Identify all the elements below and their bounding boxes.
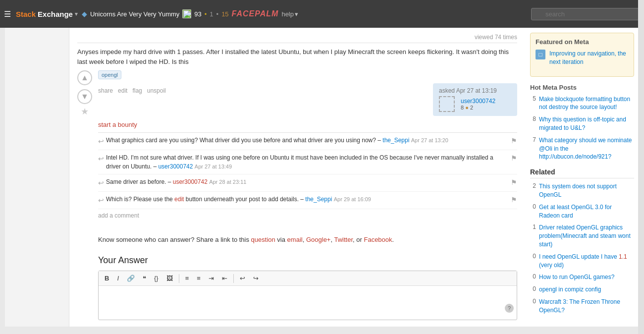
post-actions: share edit flag unspoil [98, 87, 166, 94]
asked-card: asked Apr 27 at 13:19 user3000742 8 ● 2 [433, 83, 517, 116]
search-wrapper: 🔍 [531, 8, 640, 20]
reply-arrow-icon: ↩ [98, 136, 104, 147]
comment-timestamp: Apr 27 at 13:20 [411, 137, 448, 143]
comment-user-link[interactable]: user3000742 [158, 163, 193, 170]
blockquote-button[interactable]: ❝ [140, 273, 149, 283]
flag-comment-icon[interactable]: ⚑ [511, 153, 517, 164]
help-dropdown-icon: ▾ [295, 10, 298, 18]
featured-meta-link[interactable]: Improving our navigation, the next itera… [549, 50, 629, 66]
comment-body-1: What graphics card are you using? What d… [106, 137, 381, 144]
add-comment-link[interactable]: add a comment [98, 209, 139, 222]
comment-user-link[interactable]: the_Seppi [382, 137, 409, 144]
toolbar-separator-2 [233, 274, 234, 283]
vote-area: ▲ ▼ ★ [77, 70, 92, 117]
hot-meta-count: 5 [530, 95, 536, 102]
outdent-button[interactable]: ⇤ [219, 273, 230, 283]
related-link[interactable]: This system does not support OpenGL [539, 182, 634, 199]
toolbar-separator [179, 274, 179, 283]
site-diamond-icon: ◆ [82, 10, 87, 18]
indent-button[interactable]: ⇥ [206, 273, 217, 283]
related-vote-count: 0 [530, 273, 536, 280]
twitter-link[interactable]: Twitter [334, 236, 353, 243]
search-input[interactable] [531, 8, 640, 20]
related-item: 1 Driver related OpenGL graphics problem… [530, 223, 634, 248]
comment-timestamp: Apr 29 at 16:09 [334, 196, 371, 202]
related-link[interactable]: Get at least OpenGL 3.0 for Radeon card [539, 203, 634, 220]
featured-on-meta-heading: Featured on Meta [536, 38, 629, 46]
logo[interactable]: StackExchange ▾ [16, 10, 78, 18]
left-sidebar [5, 28, 69, 327]
hot-meta-link[interactable]: Why this question is off-topic and migra… [539, 115, 634, 132]
bold-button[interactable]: B [102, 273, 112, 283]
editor-help-button[interactable]: ? [505, 304, 514, 313]
italic-button[interactable]: I [114, 273, 122, 283]
right-sidebar: Featured on Meta □ Improving our navigat… [525, 28, 639, 327]
comment-body-4a: Which is? Please use the [106, 196, 173, 203]
share-section: Know someone who can answer? Share a lin… [98, 234, 517, 245]
your-answer-section: Your Answer B I 🔗 ❝ {} 🖼 ≡ ≡ ⇥ [98, 255, 517, 320]
editor-body[interactable]: ? [99, 286, 517, 316]
related-vote-count: 0 [530, 203, 536, 210]
related-link[interactable]: opengl in compiz config [539, 285, 601, 294]
hot-meta-count: 7 [530, 136, 536, 143]
email-link[interactable]: email [287, 236, 303, 243]
link-button[interactable]: 🔗 [124, 273, 138, 283]
upvote-button[interactable]: ▲ [77, 70, 92, 85]
favorite-button[interactable]: ★ [81, 106, 89, 117]
help-link[interactable]: help ▾ [281, 10, 298, 18]
hot-meta-item: 7 What category should we nominate @Oli … [530, 136, 634, 161]
image-button[interactable]: 🖼 [163, 273, 176, 283]
comment-user-link-4[interactable]: the_Seppi [305, 196, 332, 203]
facebook-link[interactable]: Facebook [364, 236, 392, 243]
topbar: ☰ StackExchange ▾ ◆ Unicorns Are Very Ve… [0, 0, 644, 28]
logo-dropdown-icon[interactable]: ▾ [75, 11, 78, 17]
related-item: 0 opengl in compiz config [530, 285, 634, 294]
reply-arrow-icon: ↩ [98, 154, 104, 164]
comment-text: Which is? Please use the edit button und… [106, 195, 509, 204]
code-button[interactable]: {} [151, 273, 161, 283]
related-link[interactable]: I need OpenGL update I have 1.1 (very ol… [539, 253, 634, 270]
hot-meta-link[interactable]: Make blockquote formatting button not de… [539, 95, 634, 112]
tag-opengl[interactable]: opengl [98, 70, 121, 79]
flag-comment-icon[interactable]: ⚑ [511, 136, 517, 146]
user-avatar [439, 96, 455, 112]
share-link[interactable]: share [98, 87, 113, 94]
comment-text: Same driver as before. – user3000742 Apr… [106, 177, 509, 186]
scrollbar[interactable] [638, 0, 644, 327]
comment: ↩ Which is? Please use the edit button u… [98, 192, 517, 209]
related-link[interactable]: Driver related OpenGL graphics problem(M… [539, 223, 634, 248]
related-link[interactable]: Warcraft 3: The Frozen Throne OpenGL? [539, 298, 634, 315]
flag-comment-icon[interactable]: ⚑ [511, 195, 517, 205]
flag-link[interactable]: flag [132, 87, 142, 94]
meta-icon: □ [536, 50, 545, 59]
tags-area: opengl [98, 70, 517, 79]
question-link[interactable]: question [251, 236, 275, 243]
related-item: 0 How to run OpenGL games? [530, 273, 634, 281]
start-bounty-link[interactable]: start a bounty [98, 121, 137, 128]
site-favicon [182, 9, 191, 18]
reply-arrow-icon: ↩ [98, 178, 104, 188]
comment-edit-link[interactable]: edit [174, 196, 184, 203]
unordered-list-button[interactable]: ≡ [194, 273, 204, 283]
comment-text: Intel HD. I'm not sure what driver. If I… [106, 153, 509, 171]
unspoil-link[interactable]: unspoil [147, 87, 166, 94]
answer-editor[interactable]: B I 🔗 ❝ {} 🖼 ≡ ≡ ⇥ ⇤ ↩ [98, 271, 517, 320]
user-link[interactable]: user3000742 [461, 98, 495, 105]
downvote-button[interactable]: ▼ [77, 89, 92, 104]
featured-meta-item: □ Improving our navigation, the next ite… [536, 50, 629, 66]
hamburger-icon[interactable]: ☰ [4, 9, 11, 19]
flag-comment-icon[interactable]: ⚑ [511, 177, 517, 188]
redo-button[interactable]: ↪ [250, 273, 262, 283]
related-item: 0 I need OpenGL update I have 1.1 (very … [530, 253, 634, 270]
your-answer-heading: Your Answer [98, 255, 517, 266]
related-link[interactable]: How to run OpenGL games? [539, 273, 614, 281]
hot-meta-link[interactable]: What category should we nominate @Oli in… [539, 136, 634, 161]
googleplus-link[interactable]: Google+ [306, 236, 331, 243]
undo-button[interactable]: ↩ [237, 273, 248, 283]
dot-gold: • [205, 10, 207, 18]
comment-user-link-3[interactable]: user3000742 [173, 178, 209, 185]
ordered-list-button[interactable]: ≡ [182, 273, 192, 283]
topbar-site-info: ◆ Unicorns Are Very Very Yummy 93 • 1 • … [82, 9, 527, 18]
edit-link[interactable]: edit [118, 87, 127, 94]
site-name[interactable]: Unicorns Are Very Very Yummy [90, 10, 179, 18]
